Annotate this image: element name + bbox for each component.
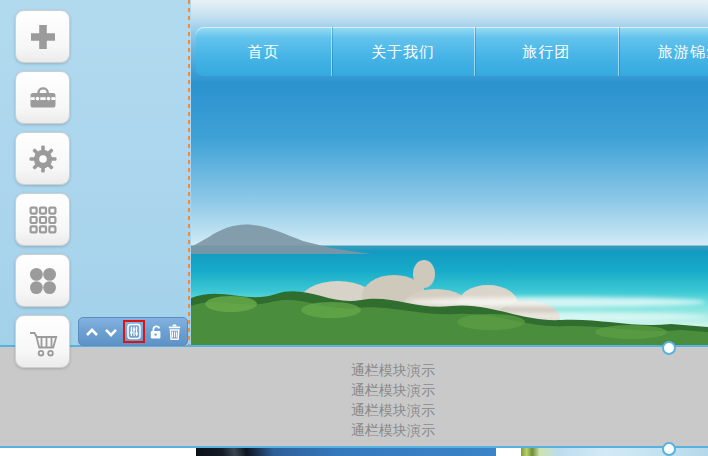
fullwidth-banner-module[interactable]: 通栏模块演示 通栏模块演示 通栏模块演示 通栏模块演示 [0,347,708,446]
plus-icon [28,22,58,52]
nav-item-home[interactable]: 首页 [196,27,331,76]
clover-icon [28,266,58,296]
sidebar-add-module-button[interactable] [15,10,70,63]
grid-icon [28,205,58,235]
chevron-down-icon [104,327,118,337]
banner-line: 通栏模块演示 [351,400,435,420]
sidebar-widgets-button[interactable] [15,254,70,307]
move-up-button[interactable] [85,327,99,337]
sliders-icon [127,323,141,340]
toolbox-icon [28,84,58,111]
content-photo-left[interactable] [196,448,496,456]
nav-item-about[interactable]: 关于我们 [331,27,474,76]
move-down-button[interactable] [104,327,118,337]
hero-cloud-haze [191,0,708,26]
content-boundary-guide [188,0,190,345]
highlight-box [123,320,145,343]
banner-line: 通栏模块演示 [351,360,435,380]
resize-handle-bottom[interactable] [662,442,676,456]
sidebar-toolbox-button[interactable] [15,71,70,124]
resize-handle-top[interactable] [662,341,676,355]
cart-icon [26,326,60,358]
nav-item-travel-tips[interactable]: 旅游锦囊 [618,27,708,76]
delete-button[interactable] [168,324,181,340]
trash-icon [168,324,181,340]
sidebar-store-button[interactable] [15,315,70,368]
vegetation-graphic [191,282,708,347]
banner-line: 通栏模块演示 [351,420,435,440]
sidebar-layout-button[interactable] [15,193,70,246]
mountain-graphic [191,215,371,255]
site-nav-bar: 首页 关于我们 旅行团 旅游锦囊 [196,27,708,76]
banner-line: 通栏模块演示 [351,380,435,400]
banner-module-text: 通栏模块演示 通栏模块演示 通栏模块演示 通栏模块演示 [351,360,435,440]
nav-item-tours[interactable]: 旅行团 [474,27,618,76]
module-selection-border-bottom [0,446,708,448]
unlock-button[interactable] [149,324,163,339]
unlock-icon [149,324,163,339]
website-editor-canvas: 首页 关于我们 旅行团 旅游锦囊 通栏模块演示 通栏模块演示 通栏模块演示 通栏… [0,0,708,456]
sidebar-settings-button[interactable] [15,132,70,185]
chevron-up-icon [85,327,99,337]
content-photo-right[interactable] [521,448,708,456]
gear-icon [28,144,58,174]
module-settings-button[interactable] [127,323,141,340]
module-toolbar [78,317,188,346]
